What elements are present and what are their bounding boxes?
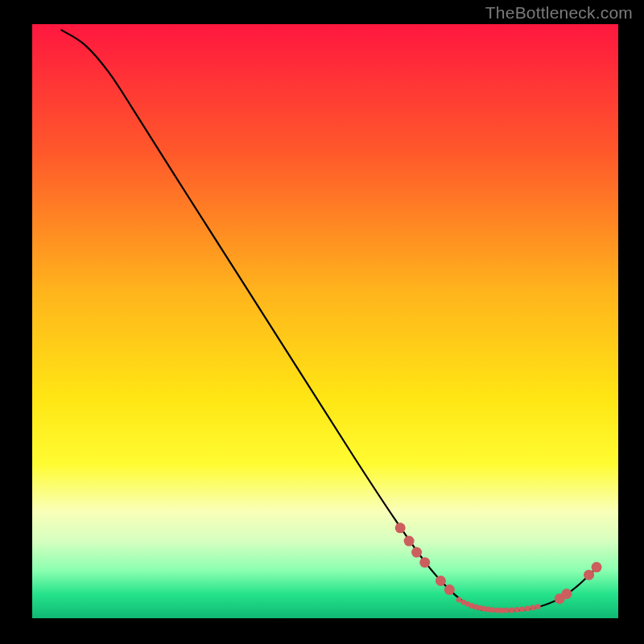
bottleneck-chart xyxy=(0,0,644,644)
data-marker xyxy=(561,588,572,599)
data-marker xyxy=(404,536,415,547)
watermark-text: TheBottleneck.com xyxy=(485,3,633,23)
data-marker-small xyxy=(509,607,514,613)
gradient-background xyxy=(32,24,618,618)
data-marker xyxy=(436,576,446,586)
data-marker-small xyxy=(535,604,541,609)
data-marker xyxy=(419,557,430,568)
data-marker-small xyxy=(499,608,505,613)
data-marker-small xyxy=(530,605,535,611)
chart-frame: TheBottleneck.com xyxy=(0,0,644,644)
data-marker xyxy=(444,584,455,595)
data-marker xyxy=(395,522,406,533)
data-marker-small xyxy=(504,608,510,613)
data-marker-small xyxy=(519,606,525,612)
data-marker xyxy=(592,562,602,572)
data-marker-small xyxy=(525,606,530,612)
data-marker-small xyxy=(489,607,495,613)
data-marker-small xyxy=(514,607,520,613)
data-marker-small xyxy=(494,608,500,613)
data-marker-small xyxy=(456,597,462,603)
data-marker xyxy=(411,547,422,558)
data-marker xyxy=(584,570,594,580)
